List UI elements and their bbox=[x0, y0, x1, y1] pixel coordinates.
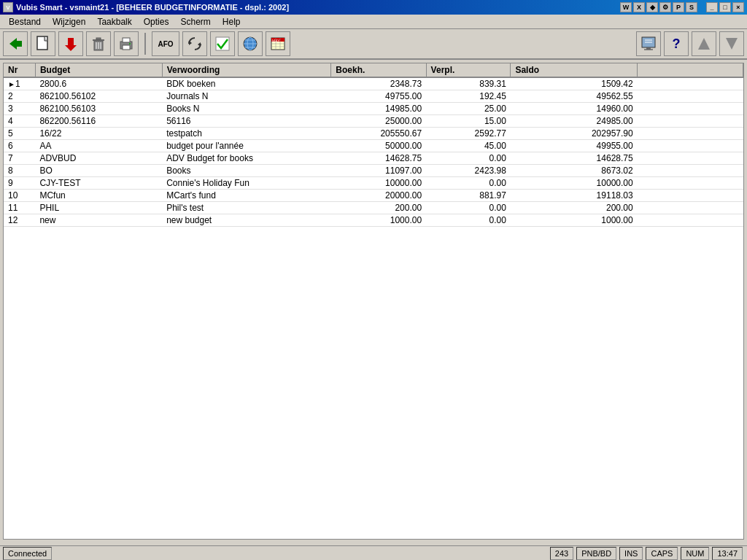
cell-saldo: 14960.00 bbox=[511, 103, 638, 115]
sys-icon-6: S bbox=[686, 2, 697, 12]
table-row[interactable]: 5 16/22 testpatch 205550.67 2592.77 2029… bbox=[4, 128, 743, 140]
status-bar: Connected 243 PNB/BD INS CAPS NUM 13:47 bbox=[0, 545, 747, 560]
cell-saldo: 1000.00 bbox=[511, 214, 638, 227]
col-header-budget: Budget bbox=[35, 63, 162, 77]
cell-budget: BO bbox=[35, 165, 162, 177]
toolbar-right: ? bbox=[636, 31, 744, 56]
time-value: 13:47 bbox=[717, 549, 738, 558]
cell-verpl: 0.00 bbox=[426, 177, 511, 190]
title-bar-left: V Vubis Smart - vsmaint21 - [BEHEER BUDG… bbox=[3, 2, 289, 12]
globe-button[interactable] bbox=[238, 31, 263, 56]
calendar-button[interactable]: MAY bbox=[266, 31, 290, 56]
trash-button[interactable] bbox=[86, 31, 111, 56]
col-header-verpl: Verpl. bbox=[426, 63, 511, 77]
cell-budget: 2800.6 bbox=[35, 77, 162, 90]
check-button[interactable] bbox=[210, 31, 235, 56]
back-button[interactable] bbox=[3, 31, 28, 56]
sys-icon-1: W bbox=[620, 2, 632, 12]
col-header-verwoording: Verwoording bbox=[162, 63, 331, 77]
cell-extra bbox=[638, 128, 743, 140]
cell-extra bbox=[638, 152, 743, 165]
cell-extra bbox=[638, 103, 743, 115]
mode-value: PNB/BD bbox=[581, 549, 611, 558]
window-title: Vubis Smart - vsmaint21 - [BEHEER BUDGET… bbox=[16, 3, 289, 12]
menu-opties[interactable]: Opties bbox=[138, 15, 175, 28]
blank-button[interactable] bbox=[31, 31, 55, 56]
table-row[interactable]: 7 ADVBUD ADV Budget for books 14628.75 0… bbox=[4, 152, 743, 165]
delete-button[interactable] bbox=[58, 31, 83, 56]
cell-budget: 862100.56103 bbox=[35, 103, 162, 115]
table-row[interactable]: 9 CJY-TEST Connie's Holiday Fun 10000.00… bbox=[4, 177, 743, 190]
sys-icon-3: ◆ bbox=[646, 2, 658, 12]
cell-extra bbox=[638, 165, 743, 177]
cell-verpl: 45.00 bbox=[426, 140, 511, 152]
cell-verwoording: 56116 bbox=[162, 115, 331, 128]
cell-nr: 4 bbox=[4, 115, 35, 128]
table-row[interactable]: 8 BO Books 11097.00 2423.98 8673.02 bbox=[4, 165, 743, 177]
app-icon: V bbox=[3, 2, 13, 12]
table-row[interactable]: ►1 2800.6 BDK boeken 2348.73 839.31 1509… bbox=[4, 77, 743, 90]
cell-verpl: 0.00 bbox=[426, 152, 511, 165]
status-connected: Connected bbox=[3, 547, 52, 560]
cell-budget: 862200.56116 bbox=[35, 115, 162, 128]
title-bar-right[interactable]: W X ◆ ⚙ P S _ □ × bbox=[620, 2, 744, 12]
table-row[interactable]: 6 AA budget pour l'année 50000.00 45.00 … bbox=[4, 140, 743, 152]
svg-marker-34 bbox=[698, 38, 710, 50]
separator-1 bbox=[144, 33, 146, 55]
menu-bar: Bestand Wijzigen Taakbalk Opties Scherm … bbox=[0, 15, 747, 29]
print-button[interactable] bbox=[114, 31, 139, 56]
table-row[interactable]: 12 new new budget 1000.00 0.00 1000.00 bbox=[4, 214, 743, 227]
cell-saldo: 19118.03 bbox=[511, 190, 638, 202]
status-caps: CAPS bbox=[646, 547, 678, 560]
menu-scherm[interactable]: Scherm bbox=[174, 15, 216, 28]
afo-label: AFO bbox=[158, 40, 173, 48]
table-row[interactable]: 2 862100.56102 Journals N 49755.00 192.4… bbox=[4, 90, 743, 103]
cell-saldo: 49562.55 bbox=[511, 90, 638, 103]
col-header-saldo: Saldo bbox=[511, 63, 638, 77]
table-row[interactable]: 3 862100.56103 Books N 14985.00 25.00 14… bbox=[4, 103, 743, 115]
cell-verwoording: ADV Budget for books bbox=[162, 152, 331, 165]
cell-boekh: 1000.00 bbox=[331, 214, 426, 227]
cell-extra bbox=[638, 214, 743, 227]
table-row[interactable]: 4 862200.56116 56116 25000.00 15.00 2498… bbox=[4, 115, 743, 128]
svg-rect-6 bbox=[96, 38, 101, 39]
cell-boekh: 10000.00 bbox=[331, 177, 426, 190]
cell-verpl: 0.00 bbox=[426, 214, 511, 227]
cell-nr: ►1 bbox=[4, 77, 35, 90]
cell-boekh: 2348.73 bbox=[331, 77, 426, 90]
toolbar: AFO bbox=[0, 29, 747, 60]
afo-button[interactable]: AFO bbox=[152, 31, 179, 56]
arrow-down-button[interactable] bbox=[719, 31, 744, 56]
cell-verpl: 881.97 bbox=[426, 190, 511, 202]
svg-text:MAY: MAY bbox=[272, 39, 280, 43]
table-body: ►1 2800.6 BDK boeken 2348.73 839.31 1509… bbox=[4, 77, 743, 227]
cell-boekh: 14628.75 bbox=[331, 152, 426, 165]
cell-budget: 862100.56102 bbox=[35, 90, 162, 103]
status-mode: PNB/BD bbox=[576, 547, 616, 560]
num-value: NUM bbox=[686, 549, 704, 558]
menu-wijzigen[interactable]: Wijzigen bbox=[47, 15, 91, 28]
cell-verpl: 0.00 bbox=[426, 202, 511, 214]
table-row[interactable]: 10 MCfun MCart's fund 20000.00 881.97 19… bbox=[4, 190, 743, 202]
minimize-button[interactable]: _ bbox=[706, 2, 718, 12]
maximize-button[interactable]: □ bbox=[719, 2, 731, 12]
cell-saldo: 1509.42 bbox=[511, 77, 638, 90]
cell-nr: 7 bbox=[4, 152, 35, 165]
menu-help[interactable]: Help bbox=[217, 15, 247, 28]
cell-boekh: 205550.67 bbox=[331, 128, 426, 140]
arrow-up-button[interactable] bbox=[692, 31, 716, 56]
nav-prev-button[interactable] bbox=[636, 31, 661, 56]
menu-bestand[interactable]: Bestand bbox=[3, 15, 47, 28]
cell-verwoording: BDK boeken bbox=[162, 77, 331, 90]
close-button[interactable]: × bbox=[732, 2, 744, 12]
cell-boekh: 20000.00 bbox=[331, 190, 426, 202]
cell-boekh: 25000.00 bbox=[331, 115, 426, 128]
cell-boekh: 200.00 bbox=[331, 202, 426, 214]
help-button[interactable]: ? bbox=[664, 31, 689, 56]
connected-label: Connected bbox=[8, 549, 47, 558]
refresh-button[interactable] bbox=[182, 31, 207, 56]
table-row[interactable]: 11 PHIL Phil's test 200.00 0.00 200.00 bbox=[4, 202, 743, 214]
cell-boekh: 50000.00 bbox=[331, 140, 426, 152]
menu-taakbalk[interactable]: Taakbalk bbox=[91, 15, 137, 28]
cell-verwoording: budget pour l'année bbox=[162, 140, 331, 152]
